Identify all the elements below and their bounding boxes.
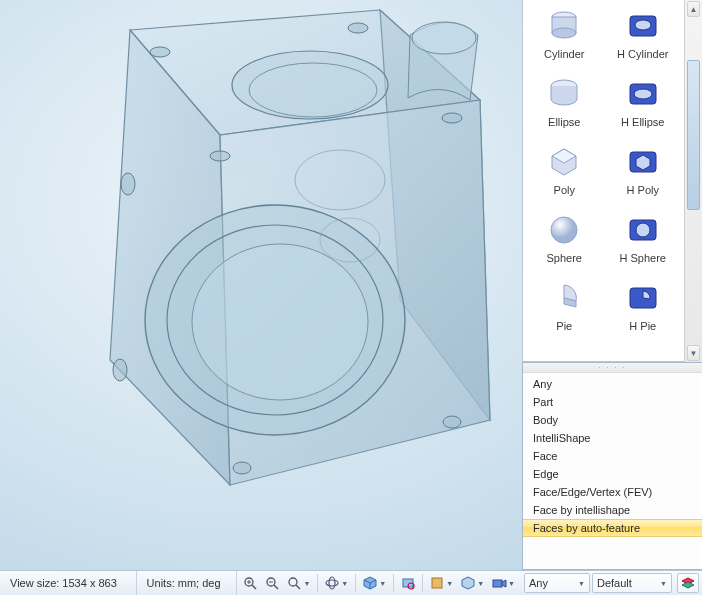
svg-point-43 bbox=[289, 578, 297, 586]
ellipse-icon bbox=[546, 76, 582, 112]
zoom-fit-button[interactable]: ▼ bbox=[284, 573, 313, 593]
shape-item-h-sphere[interactable]: H Sphere bbox=[604, 208, 683, 276]
shape-label: Poly bbox=[554, 184, 575, 196]
svg-point-27 bbox=[634, 89, 652, 99]
shape-item-ellipse[interactable]: Ellipse bbox=[525, 72, 604, 140]
layers-icon bbox=[681, 576, 695, 590]
zoom-out-icon bbox=[265, 576, 279, 590]
shapes-palette: Cylinder H Cylinder Ellipse H Ellipse Po bbox=[522, 0, 702, 362]
cylinder-icon bbox=[546, 8, 582, 44]
palette-scrollbar[interactable]: ▲ ▼ bbox=[684, 0, 702, 362]
shape-item-cylinder[interactable]: Cylinder bbox=[525, 4, 604, 72]
status-view-size: View size: 1534 x 863 bbox=[0, 571, 137, 595]
chevron-down-icon: ▼ bbox=[446, 580, 453, 587]
shape-item-h-poly[interactable]: H Poly bbox=[604, 140, 683, 208]
selection-filter-value: Any bbox=[529, 577, 548, 589]
render-mode-icon bbox=[430, 576, 444, 590]
svg-point-22 bbox=[552, 28, 576, 38]
svg-marker-52 bbox=[462, 577, 474, 589]
filter-face-by-ishape[interactable]: Face by intellishape bbox=[523, 501, 702, 519]
svg-point-11 bbox=[348, 23, 368, 33]
zoom-in-icon bbox=[243, 576, 257, 590]
filter-list: Any Part Body IntelliShape Face Edge Fac… bbox=[523, 373, 702, 539]
svg-point-9 bbox=[412, 22, 476, 54]
shape-item-sphere[interactable]: Sphere bbox=[525, 208, 604, 276]
h-poly-icon bbox=[625, 144, 661, 180]
selection-filter-dropdown[interactable]: Any ▼ bbox=[524, 573, 590, 593]
filter-intellishape[interactable]: IntelliShape bbox=[523, 429, 702, 447]
filter-edge[interactable]: Edge bbox=[523, 465, 702, 483]
separator bbox=[393, 574, 394, 592]
zoom-in-button[interactable] bbox=[240, 573, 260, 593]
sphere-icon bbox=[546, 212, 582, 248]
filter-body[interactable]: Body bbox=[523, 411, 702, 429]
orbit-icon bbox=[325, 576, 339, 590]
view-cube-button[interactable]: ▼ bbox=[360, 573, 389, 593]
status-bar: View size: 1534 x 863 Units: mm; deg ▼ ▼… bbox=[0, 570, 702, 595]
poly-icon bbox=[546, 144, 582, 180]
zoom-out-button[interactable] bbox=[262, 573, 282, 593]
shape-item-h-cylinder[interactable]: H Cylinder bbox=[604, 4, 683, 72]
filter-face[interactable]: Face bbox=[523, 447, 702, 465]
svg-line-37 bbox=[252, 585, 256, 589]
view-tools: ▼ ▼ ▼ ▼ ▼ ▼ bbox=[237, 571, 521, 595]
svg-point-34 bbox=[636, 223, 650, 237]
svg-point-13 bbox=[442, 113, 462, 123]
separator bbox=[317, 574, 318, 592]
render-mode-button[interactable]: ▼ bbox=[427, 573, 456, 593]
layer-dropdown[interactable]: Default ▼ bbox=[592, 573, 672, 593]
separator bbox=[422, 574, 423, 592]
filter-any[interactable]: Any bbox=[523, 375, 702, 393]
selection-filter-popup: · · · · Any Part Body IntelliShape Face … bbox=[522, 362, 702, 570]
layer-manager-button[interactable] bbox=[677, 573, 699, 593]
model-cube bbox=[20, 0, 510, 550]
pie-icon bbox=[546, 280, 582, 316]
cube-icon bbox=[363, 576, 377, 590]
chevron-down-icon: ▼ bbox=[477, 580, 484, 587]
shape-item-pie[interactable]: Pie bbox=[525, 276, 604, 344]
svg-point-10 bbox=[150, 47, 170, 57]
svg-point-46 bbox=[329, 577, 335, 589]
svg-point-7 bbox=[232, 51, 388, 119]
perspective-button[interactable]: ▼ bbox=[458, 573, 487, 593]
svg-marker-56 bbox=[682, 582, 694, 588]
scroll-thumb[interactable] bbox=[687, 60, 700, 210]
shape-label: H Sphere bbox=[620, 252, 666, 264]
svg-point-15 bbox=[113, 359, 127, 381]
scroll-down-icon[interactable]: ▼ bbox=[687, 345, 700, 361]
camera-button[interactable]: ▼ bbox=[489, 573, 518, 593]
filter-faces-auto-feature[interactable]: Faces by auto-feature bbox=[523, 519, 702, 537]
shape-label: Ellipse bbox=[548, 116, 580, 128]
svg-rect-51 bbox=[432, 578, 442, 588]
look-at-icon bbox=[401, 576, 415, 590]
svg-rect-53 bbox=[493, 580, 502, 587]
orbit-button[interactable]: ▼ bbox=[322, 573, 351, 593]
perspective-icon bbox=[461, 576, 475, 590]
svg-point-12 bbox=[210, 151, 230, 161]
filter-part[interactable]: Part bbox=[523, 393, 702, 411]
status-units: Units: mm; deg bbox=[137, 571, 238, 595]
shape-item-h-ellipse[interactable]: H Ellipse bbox=[604, 72, 683, 140]
layer-value: Default bbox=[597, 577, 632, 589]
svg-point-45 bbox=[326, 580, 338, 586]
svg-point-32 bbox=[551, 217, 577, 243]
filter-fev[interactable]: Face/Edge/Vertex (FEV) bbox=[523, 483, 702, 501]
shape-label: Pie bbox=[556, 320, 572, 332]
chevron-down-icon: ▼ bbox=[303, 580, 310, 587]
shape-label: H Poly bbox=[627, 184, 659, 196]
shape-item-poly[interactable]: Poly bbox=[525, 140, 604, 208]
svg-point-17 bbox=[443, 416, 461, 428]
popup-grip[interactable]: · · · · bbox=[523, 363, 702, 373]
chevron-down-icon: ▼ bbox=[379, 580, 386, 587]
shape-label: H Ellipse bbox=[621, 116, 664, 128]
look-at-button[interactable] bbox=[398, 573, 418, 593]
chevron-down-icon: ▼ bbox=[508, 580, 515, 587]
h-sphere-icon bbox=[625, 212, 661, 248]
shape-item-h-pie[interactable]: H Pie bbox=[604, 276, 683, 344]
chevron-down-icon: ▼ bbox=[578, 580, 585, 587]
svg-line-41 bbox=[274, 585, 278, 589]
shape-label: H Pie bbox=[629, 320, 656, 332]
h-pie-icon bbox=[625, 280, 661, 316]
scroll-up-icon[interactable]: ▲ bbox=[687, 1, 700, 17]
shape-label: Cylinder bbox=[544, 48, 584, 60]
